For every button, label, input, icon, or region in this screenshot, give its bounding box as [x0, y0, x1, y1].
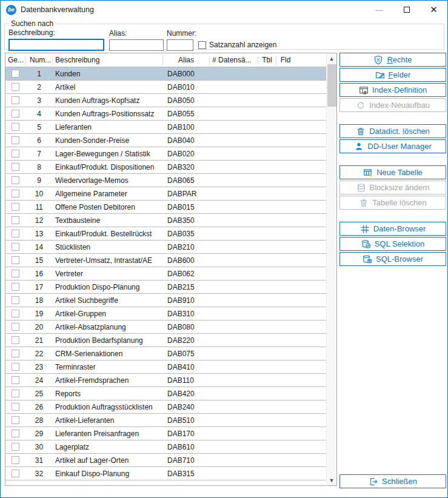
- scroll-down-icon[interactable]: ▼: [327, 475, 336, 485]
- table-row[interactable]: 12 Textbausteine DAB350: [5, 214, 326, 227]
- table-row[interactable]: 14 Stücklisten DAB210: [5, 241, 326, 254]
- row-checkbox[interactable]: [12, 270, 19, 277]
- table-scrollbar[interactable]: ▲ ▼: [326, 53, 336, 485]
- table-row[interactable]: 4 Kunden Auftrags-Positionssatz DAB055: [5, 107, 326, 121]
- felder-button[interactable]: Felder: [339, 68, 446, 82]
- row-checkbox[interactable]: [12, 243, 19, 251]
- row-checkbox[interactable]: [12, 190, 19, 198]
- row-nummer: 4: [25, 110, 53, 118]
- row-checkbox[interactable]: [12, 443, 19, 451]
- column-header[interactable]: Tbl: [258, 56, 276, 65]
- column-header[interactable]: # Datensä...: [210, 56, 258, 65]
- table-row[interactable]: 8 Einkauf/Produkt. Dispositionen DAB320: [5, 161, 326, 174]
- row-checkbox[interactable]: [12, 390, 19, 397]
- table-row[interactable]: 32 Einkauf Dispo-Planung DAB315: [5, 467, 326, 480]
- table-row[interactable]: 28 Artikel-Lieferanten DAB510: [5, 414, 326, 427]
- row-checkbox[interactable]: [12, 296, 19, 304]
- table-row[interactable]: 9 Wiedervorlage-Memos DAB065: [5, 174, 326, 187]
- row-checkbox[interactable]: [12, 203, 19, 211]
- scroll-up-icon[interactable]: ▲: [327, 53, 336, 64]
- table-row[interactable]: 26 Produktion Auftragsstücklisten DAB240: [5, 400, 326, 414]
- row-nummer: 18: [25, 296, 53, 305]
- row-checkbox[interactable]: [12, 283, 19, 291]
- row-nummer: 1: [25, 70, 53, 78]
- row-checkbox[interactable]: [12, 256, 19, 264]
- table-row[interactable]: 11 Offene Posten Debitoren DAB015: [5, 201, 326, 214]
- table-row[interactable]: 22 CRM-Serienaktionen DAB075: [5, 347, 326, 360]
- sql-browser-button[interactable]: SQL-Browser: [339, 252, 446, 266]
- close-slot: Schließen: [339, 474, 446, 488]
- row-checkbox[interactable]: [12, 70, 19, 78]
- table-row[interactable]: 23 Terminraster DAB410: [5, 360, 326, 374]
- satzanzahl-checkbox[interactable]: Satzanzahl anzeigen: [198, 41, 276, 49]
- maximize-button[interactable]: [393, 1, 420, 19]
- column-header[interactable]: Beschreibung: [53, 56, 163, 65]
- table-row[interactable]: 17 Produktion Dispo-Planung DAB215: [5, 281, 326, 294]
- row-checkbox[interactable]: [12, 163, 19, 171]
- row-checkbox[interactable]: [12, 110, 19, 118]
- dd-user-manager-button[interactable]: DD-User Manager: [339, 139, 446, 153]
- alias-input[interactable]: [109, 39, 164, 51]
- database-table-icon: [363, 254, 372, 264]
- neue-tabelle-button[interactable]: Neue Tabelle: [339, 165, 446, 179]
- row-alias: DAB050: [163, 96, 210, 105]
- nummer-input[interactable]: [167, 39, 193, 51]
- table-row[interactable]: 30 Lagerplatz DAB610: [5, 440, 326, 454]
- scrollbar-thumb[interactable]: [327, 64, 336, 107]
- datadict-loeschen-button[interactable]: Datadict. löschen: [339, 124, 446, 138]
- column-header[interactable]: Alias: [163, 56, 210, 65]
- row-checkbox[interactable]: [12, 456, 19, 464]
- table-row[interactable]: 10 Allgemeine Parameter DABPAR: [5, 187, 326, 201]
- table-row[interactable]: 31 Artikel auf Lager-Orten DAB710: [5, 454, 326, 467]
- row-checkbox[interactable]: [12, 323, 19, 331]
- row-checkbox[interactable]: [12, 123, 19, 131]
- table-row[interactable]: 6 Kunden-Sonder-Preise DAB040: [5, 134, 326, 147]
- column-header[interactable]: Ge...: [5, 56, 25, 65]
- daten-browser-button[interactable]: Daten-Browser: [339, 222, 446, 236]
- table-row[interactable]: 3 Kunden Auftrags-Kopfsatz DAB050: [5, 94, 326, 107]
- row-checkbox[interactable]: [12, 416, 19, 424]
- table-row[interactable]: 1 Kunden DAB000: [5, 67, 326, 81]
- row-checkbox[interactable]: [12, 336, 19, 344]
- row-checkbox[interactable]: [12, 430, 19, 437]
- beschreibung-input[interactable]: [8, 39, 104, 51]
- row-checkbox[interactable]: [12, 376, 19, 384]
- row-checkbox[interactable]: [12, 230, 19, 237]
- table-row[interactable]: 7 Lager-Bewegungen / Statistik DAB020: [5, 147, 326, 161]
- table-row[interactable]: 20 Artikel-Absatzplanung DAB080: [5, 320, 326, 334]
- table-row[interactable]: 21 Produktion Bedarfsplanung DAB220: [5, 334, 326, 347]
- column-header[interactable]: Fld: [276, 56, 295, 65]
- row-checkbox[interactable]: [12, 150, 19, 158]
- close-window-button[interactable]: ✕: [420, 1, 447, 19]
- row-checkbox[interactable]: [12, 403, 19, 411]
- row-checkbox[interactable]: [12, 310, 19, 317]
- table-row[interactable]: 25 Reports DAB420: [5, 387, 326, 400]
- schliessen-button[interactable]: Schließen: [339, 474, 446, 488]
- table-row[interactable]: 13 Einkauf/Produkt. Bestellrückst DAB035: [5, 227, 326, 241]
- row-beschreibung: Kunden Auftrags-Kopfsatz: [53, 96, 163, 105]
- row-checkbox[interactable]: [12, 96, 19, 104]
- column-header[interactable]: Num...: [25, 56, 53, 65]
- row-checkbox[interactable]: [12, 136, 19, 144]
- table-row[interactable]: 24 Artikel-Fremdsprachen DAB110: [5, 374, 326, 387]
- table-row[interactable]: 19 Artikel-Gruppen DAB310: [5, 307, 326, 320]
- sql-selektion-button[interactable]: SQL Selektion: [339, 237, 446, 251]
- table-row[interactable]: 18 Artikel Suchbegriffe DAB910: [5, 294, 326, 307]
- row-checkbox[interactable]: [12, 363, 19, 371]
- row-nummer: 31: [25, 456, 53, 465]
- table-row[interactable]: 15 Vertreter-Umsatz, Intrastat/AE DAB600: [5, 254, 326, 267]
- row-checkbox[interactable]: [12, 470, 19, 477]
- index-definition-button[interactable]: #Index-Definition: [339, 83, 446, 97]
- row-checkbox[interactable]: [12, 176, 19, 184]
- rechte-button[interactable]: Rechte: [339, 53, 446, 67]
- table-row[interactable]: 5 Lieferanten DAB100: [5, 121, 326, 134]
- table-row[interactable]: 2 Artikel DAB010: [5, 81, 326, 94]
- minimize-button[interactable]: —: [366, 1, 393, 19]
- table-row[interactable]: 16 Vertreter DAB062: [5, 267, 326, 281]
- row-nummer: 28: [25, 416, 53, 425]
- row-checkbox[interactable]: [12, 83, 19, 91]
- satzanzahl-checkbox-box[interactable]: [198, 41, 206, 49]
- row-checkbox[interactable]: [12, 350, 19, 357]
- row-checkbox[interactable]: [12, 216, 19, 224]
- table-row[interactable]: 29 Lieferanten Preisanfragen DAB170: [5, 427, 326, 440]
